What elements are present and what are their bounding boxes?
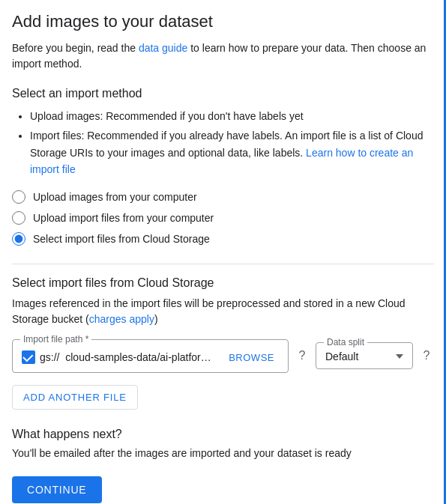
- radio-upload-import-files-label: Upload import files from your computer: [33, 212, 214, 224]
- radio-upload-images-label: Upload images from your computer: [33, 191, 197, 203]
- radio-upload-images[interactable]: Upload images from your computer: [12, 190, 434, 204]
- data-split-help-icon[interactable]: ?: [419, 348, 434, 363]
- bullet-upload-images-text: : Recommended if you don't have labels y…: [100, 110, 303, 122]
- cloud-storage-description: Images referenced in the import files wi…: [12, 296, 434, 327]
- import-method-bullets: Upload images: Recommended if you don't …: [12, 108, 434, 178]
- import-method-section-title: Select an import method: [12, 87, 434, 100]
- bullet-import-files: Import files: Recommended if you already…: [30, 127, 434, 177]
- import-file-path-label: Import file path *: [20, 334, 91, 344]
- section-divider: [12, 264, 434, 264]
- charges-apply-link[interactable]: charges apply: [89, 313, 154, 325]
- browse-button[interactable]: BROWSE: [224, 349, 279, 366]
- radio-upload-import-files-input[interactable]: [12, 211, 25, 225]
- import-method-radio-group: Upload images from your computer Upload …: [12, 190, 434, 246]
- data-split-select[interactable]: Default Manual Custom: [325, 350, 393, 362]
- radio-cloud-storage[interactable]: Select import files from Cloud Storage: [12, 232, 434, 246]
- page-title: Add images to your dataset: [12, 12, 434, 31]
- bullet-import-files-label: Import files: [30, 130, 81, 142]
- continue-button[interactable]: CONTINUE: [12, 476, 102, 503]
- chevron-down-icon: [396, 354, 403, 359]
- file-path-checkbox: [22, 350, 35, 364]
- cloud-desc-after: ): [154, 313, 158, 325]
- cloud-storage-section-title: Select import files from Cloud Storage: [12, 276, 434, 290]
- import-file-help-icon[interactable]: ?: [295, 348, 310, 363]
- radio-upload-images-input[interactable]: [12, 190, 25, 204]
- import-file-label-text: Import file path: [23, 334, 82, 344]
- radio-cloud-storage-input[interactable]: [12, 232, 25, 246]
- radio-cloud-storage-label: Select import files from Cloud Storage: [33, 233, 210, 245]
- data-split-field: Data split Default Manual Custom: [316, 342, 413, 369]
- data-split-label: Data split: [324, 337, 367, 347]
- bullet-upload-images-label: Upload images: [30, 110, 100, 122]
- bullet-upload-images: Upload images: Recommended if you don't …: [30, 108, 434, 124]
- import-path-input[interactable]: [40, 351, 220, 363]
- cloud-desc-before: Images referenced in the import files wi…: [12, 297, 406, 325]
- what-next-description: You'll be emailed after the images are i…: [12, 446, 434, 461]
- required-marker: *: [85, 334, 89, 344]
- data-guide-link[interactable]: data guide: [139, 42, 187, 54]
- what-next-title: What happens next?: [12, 428, 434, 441]
- intro-paragraph: Before you begin, read the data guide to…: [12, 40, 434, 72]
- intro-before-link: Before you begin, read the: [12, 42, 139, 54]
- radio-upload-import-files[interactable]: Upload import files from your computer: [12, 211, 434, 225]
- import-file-path-field: Import file path * BROWSE: [12, 339, 289, 373]
- add-another-file-button[interactable]: ADD ANOTHER FILE: [12, 385, 138, 410]
- import-file-row: Import file path * BROWSE ? Data split D…: [12, 339, 434, 373]
